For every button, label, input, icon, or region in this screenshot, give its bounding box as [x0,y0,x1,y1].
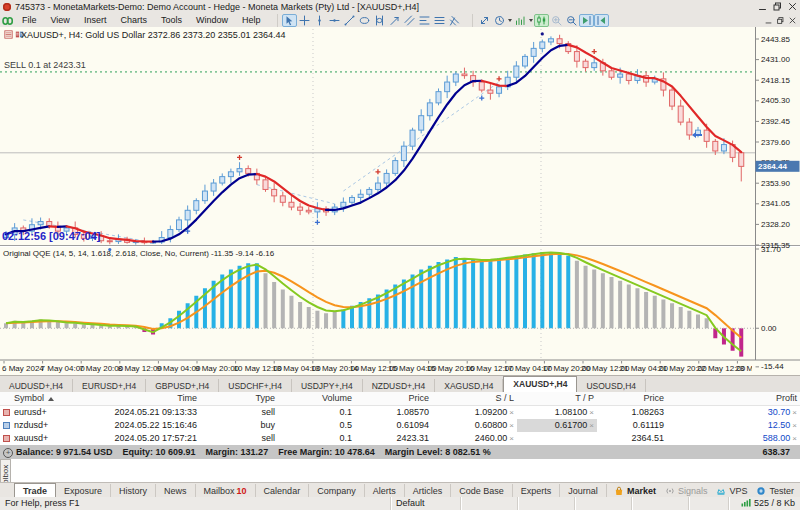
column-header-tp[interactable]: T / P [517,392,597,405]
toolbar-cycle-lines-button[interactable] [372,14,387,27]
toolbox-tab-company[interactable]: Company [309,484,365,498]
toolbar-hline-button[interactable] [327,14,342,27]
toolbox-tab-news[interactable]: News [156,484,196,498]
depth-of-market-icon[interactable] [4,30,13,39]
toolbox-tab-alerts[interactable]: Alerts [365,484,405,498]
close-position-icon[interactable]: × [792,434,797,443]
toolbox-tab-history[interactable]: History [111,484,156,498]
chart-tab-eurusd+[interactable]: EURUSD+,H4 [73,379,146,393]
toolbox-tab-mailbox[interactable]: Mailbox10 [196,484,256,498]
menu-help[interactable]: Help [235,14,268,27]
toolbar-ellipse-button[interactable] [357,14,372,27]
toolbar-candle-mode-button[interactable] [534,14,549,27]
column-header-sl[interactable]: S / L [432,392,517,405]
toolbar-cursor-button[interactable] [282,14,297,27]
remove-tp-icon[interactable]: × [589,421,594,430]
chart-tab-usdchf+[interactable]: USDCHF+,H4 [219,379,292,393]
status-profile[interactable]: Default [390,497,460,510]
toolbar-period-clock-button[interactable] [492,14,507,27]
svg-text:2443.85: 2443.85 [761,35,790,44]
child-minimize-button[interactable] [762,15,774,26]
one-click-trading-icon[interactable] [15,30,24,39]
column-header-profit[interactable]: Profit [667,392,800,405]
window-controls [755,1,800,12]
menu-charts[interactable]: Charts [113,14,154,27]
column-header-price[interactable]: Price [355,392,432,405]
service-signals[interactable]: Signals [665,486,708,496]
close-position-icon[interactable]: × [792,408,797,417]
table-row-eurusd+[interactable]: eurusd+2024.05.21 09:13:33sell0.11.08570… [0,406,800,419]
service-market[interactable]: Market [614,486,656,496]
menu-window[interactable]: Window [189,14,235,27]
service-vps[interactable]: VPS [716,486,747,496]
table-row-nzdusd+[interactable]: nzdusd+2024.05.22 15:16:46buy0.50.610940… [0,419,800,432]
remove-sl-icon[interactable]: × [509,434,514,443]
toolbox-tab-journal[interactable]: Journal [560,484,607,498]
menu-insert[interactable]: Insert [77,14,114,27]
toolbar-objects-menu-button[interactable] [432,14,447,27]
remove-sl-icon[interactable]: × [509,421,514,430]
minimize-button[interactable] [755,1,770,12]
column-header-volume[interactable]: Volume [278,392,355,405]
toolbar-indicator-insert-button[interactable] [513,14,528,27]
chart-tab-xagusd[interactable]: XAGUSD,H4 [435,379,503,393]
chart-tab-xauusd+[interactable]: XAUUSD+,H4 [503,376,577,393]
svg-text:2328.20: 2328.20 [761,220,790,229]
toolbar-arrow-tool-button[interactable] [387,14,402,27]
toolbox-tab-exposure[interactable]: Exposure [56,484,111,498]
column-header-time[interactable]: Time [90,392,200,405]
chart-tab-usousd[interactable]: USOUSD,H4 [577,379,646,393]
chart-tab-nzdusd+[interactable]: NZDUSD+,H4 [363,379,436,393]
chart-tab-audusd+[interactable]: AUDUSD+,H4 [0,379,73,393]
toolbox-tab-code-base[interactable]: Code Base [451,484,513,498]
price-chart-canvas[interactable]: 2443.852431.002418.152405.302392.452379.… [0,27,800,375]
chart-tab-usdjpy+[interactable]: USDJPY+,H4 [292,379,363,393]
status-connection[interactable]: 525 / 8 Kb [728,497,800,510]
toolbar-zoom-in-button[interactable] [549,14,564,27]
cell-profit: 30.70× [667,406,800,419]
column-header-cur[interactable]: Price [597,392,667,405]
remove-tp-icon[interactable]: × [589,408,594,417]
svg-text:2418.15: 2418.15 [761,76,790,85]
toolbar-channel-button[interactable] [402,14,417,27]
toolbar-auto-scroll-button[interactable] [579,14,594,27]
cell-symbol: xauusd+ [0,432,90,445]
close-button[interactable] [785,1,800,12]
toolbox-tab-articles[interactable]: Articles [405,484,452,498]
toolbox-tab-experts[interactable]: Experts [513,484,561,498]
toolbar-fibonacci-button[interactable] [417,14,432,27]
dropdown-caret-icon[interactable] [508,19,512,22]
zoom-drag-icon [479,15,490,26]
toolbar-andrews-fork-button[interactable] [447,14,462,27]
expand-icon[interactable]: + [3,448,13,458]
dropdown-caret-icon[interactable] [529,19,533,22]
menu-view[interactable]: View [44,14,77,27]
toolbar-crosshair-button[interactable] [297,14,312,27]
zoom-out-icon [566,15,577,26]
remove-sl-icon[interactable]: × [509,408,514,417]
menu-file[interactable]: File [15,14,44,27]
child-close-button[interactable] [786,15,798,26]
chart-tab-gbpusd+[interactable]: GBPUSD+,H4 [146,379,219,393]
column-header-type[interactable]: Type [200,392,278,405]
close-position-icon[interactable]: × [792,421,797,430]
restore-button[interactable] [770,1,785,12]
toolbar-zoom-drag-button[interactable] [477,14,492,27]
cell-price: 2423.31 [355,432,432,445]
toolbox-tab-calendar[interactable]: Calendar [256,484,310,498]
service-tester[interactable]: Tester [756,486,794,496]
column-header-sym[interactable]: Symbol [0,392,90,405]
one-click-icon [15,30,24,39]
toolbar-zoom-out-button[interactable] [564,14,579,27]
summary-item-0: Balance: 9 971.54 USD [16,447,113,457]
status-bar: For Help, press F1 Default 525 / 8 Kb [0,497,800,510]
menu-tools[interactable]: Tools [154,14,189,27]
toolbar-chart-shift-button[interactable] [594,14,609,27]
child-restore-button[interactable] [774,15,786,26]
toolbar-vline-button[interactable] [312,14,327,27]
toolbar-trendline-button[interactable] [342,14,357,27]
toolbox-tab-label: Code Base [459,484,504,498]
cell-volume: 0.1 [278,432,355,445]
cell-sl: 1.09200× [432,406,517,419]
table-row-xauusd+[interactable]: xauusd+2024.05.20 17:57:21sell0.12423.31… [0,432,800,445]
